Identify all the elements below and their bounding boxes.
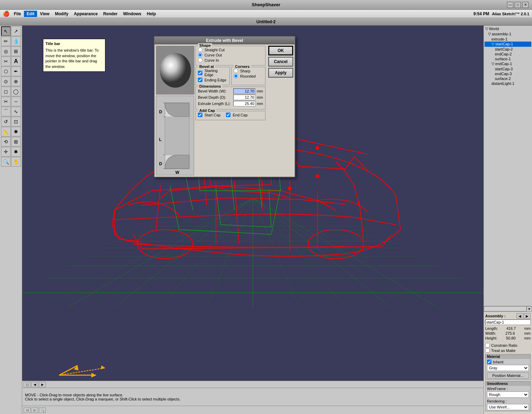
tree-scroll-track[interactable]	[484, 306, 526, 311]
scale-tool[interactable]: ⊡	[11, 117, 21, 126]
history-forward-btn[interactable]: ▷	[31, 407, 38, 413]
zoom-tool[interactable]: 🔍	[1, 157, 11, 167]
inherit-check[interactable]	[487, 360, 491, 364]
orbit-tool[interactable]: ⊙	[1, 77, 11, 86]
tree-item-distantlight1[interactable]: distantLight-1	[485, 81, 531, 86]
maximize-button[interactable]: □	[515, 2, 521, 8]
paint-tool[interactable]: ✏	[1, 36, 11, 46]
dimensions-section-title: Dimensions	[198, 84, 222, 88]
rendering-select[interactable]: Use Wirefr...	[487, 404, 529, 410]
menu-render[interactable]: Render	[101, 11, 120, 17]
bottom-area: ◻ ◀ ▶ MOVE - Click-Drag to move objects …	[22, 381, 483, 414]
mirror-tool[interactable]: ⟲	[1, 137, 11, 147]
shape-curvein-radio[interactable]	[198, 58, 202, 62]
assembly-name-input[interactable]	[485, 319, 531, 325]
measure-tool[interactable]: 📐	[1, 127, 11, 136]
tree-item-endcap1[interactable]: ▽ endCap-1	[485, 61, 531, 67]
left-toolbar: ↖ ↗ ✏ 💧 ◎ ⊞ ✂ A ⬡ ✒ ⊙ ⊕	[0, 26, 22, 414]
scissors-tool[interactable]: ✂	[1, 56, 11, 66]
light-tool[interactable]: ✱	[11, 147, 21, 157]
alias-logo: Alias Sketch!™ 2.0.1	[492, 12, 531, 16]
start-cap-check[interactable]	[198, 113, 202, 117]
tool-group-8: ✂ ↔	[1, 97, 21, 106]
bevel-ending-check[interactable]	[198, 78, 202, 82]
corners-rounded-row: Rounded	[234, 74, 263, 78]
bottom-btn-2[interactable]: ◀	[31, 382, 38, 387]
rotate-tool[interactable]: ↺	[1, 117, 11, 126]
eyedrop-tool[interactable]: 💧	[11, 36, 21, 46]
text-tool[interactable]: A	[11, 56, 21, 66]
history-back-btn[interactable]: ◁	[24, 407, 30, 413]
treat-as-matte-check[interactable]	[485, 348, 490, 353]
tree-item-world[interactable]: ▽ World	[485, 26, 531, 32]
app-titlebar[interactable]: Untitled-2	[0, 18, 532, 26]
menu-windows[interactable]: Windows	[120, 11, 144, 17]
trim-tool[interactable]: ✂	[1, 97, 11, 106]
width-value: 275.6	[505, 331, 515, 335]
tree-item-endcap3[interactable]: endCap-3	[485, 71, 531, 76]
corners-section-title: Corners	[234, 64, 251, 69]
menu-appearance[interactable]: Appearance	[71, 11, 101, 17]
search-btn[interactable]: 🔍	[39, 407, 46, 413]
tree-item-extrude1[interactable]: extrude-1	[485, 37, 531, 42]
array-tool[interactable]: ⊞	[11, 137, 21, 147]
extrude-length-input[interactable]	[233, 101, 255, 106]
end-cap-check[interactable]	[226, 113, 230, 117]
bottom-btn-3[interactable]: ▶	[39, 382, 46, 387]
menu-modify[interactable]: Modify	[52, 11, 71, 17]
view-tool[interactable]: ◎	[1, 46, 11, 56]
tree-item-startcap3[interactable]: startCap-3	[485, 67, 531, 71]
menu-edit[interactable]: Edit	[24, 11, 37, 17]
tree-item-startcap2[interactable]: startCap-2	[485, 47, 531, 52]
tree-item-startcap1[interactable]: ▽ startCap-1	[485, 42, 531, 47]
rect-tool[interactable]: ◻	[1, 87, 11, 96]
circle-tool[interactable]: ◯	[11, 87, 21, 96]
shape-section-title: Shape	[198, 43, 212, 47]
menu-file[interactable]: File	[11, 11, 24, 17]
tree-item-assembly1[interactable]: ▽ assembly-1	[485, 32, 531, 37]
dialog-titlebar[interactable]: Extrude with Bevel	[155, 37, 295, 44]
constrain-ratio-check[interactable]	[485, 343, 490, 347]
bevel-starting-check[interactable]	[198, 71, 202, 75]
tree-scrollbar[interactable]: ▼	[484, 306, 532, 311]
move-tool[interactable]: ✛	[1, 147, 11, 157]
bevel-width-input[interactable]	[233, 88, 255, 94]
shape-curveout-radio[interactable]	[198, 53, 202, 57]
ok-button[interactable]: OK	[268, 46, 293, 55]
minimize-button[interactable]: —	[507, 2, 513, 8]
position-material-button[interactable]: Position Material...	[487, 372, 529, 379]
prev-assembly-btn[interactable]: ◀	[516, 313, 523, 319]
snap-tool[interactable]: ✱	[11, 127, 21, 136]
extend-tool[interactable]: ↔	[11, 97, 21, 106]
corners-sharp-radio[interactable]	[234, 69, 238, 73]
tree-item-endcap2[interactable]: endCap-2	[485, 52, 531, 56]
apple-menu[interactable]: 🍎	[1, 10, 11, 18]
pan-tool[interactable]: ⊕	[11, 77, 21, 86]
surface-tool[interactable]: ⬡	[1, 67, 11, 76]
assembly-header: Assembly : ◀ ▶	[485, 313, 531, 319]
tree-item-surface1[interactable]: surface-1	[485, 56, 531, 61]
cancel-button[interactable]: Cancel	[268, 57, 293, 67]
grid-tool[interactable]: ⊞	[11, 46, 21, 56]
bevel-depth-input[interactable]	[233, 95, 255, 100]
corners-rounded-radio[interactable]	[234, 74, 238, 78]
close-button[interactable]: ✕	[522, 2, 529, 8]
menu-view[interactable]: View	[37, 11, 52, 17]
select-tool[interactable]: ↖	[1, 26, 11, 36]
pen-tool[interactable]: ✒	[11, 67, 21, 76]
tool-group-4: ✂ A	[1, 56, 21, 66]
blend-tool[interactable]: ∿	[11, 107, 21, 116]
hand-tool[interactable]: ✋	[11, 157, 21, 167]
bottom-btn-1[interactable]: ◻	[24, 382, 30, 387]
scroll-down-arrow[interactable]: ▼	[526, 306, 532, 312]
apply-button[interactable]: Apply	[268, 68, 293, 78]
next-assembly-btn[interactable]: ▶	[524, 313, 531, 319]
wireframe-select[interactable]: Rough	[487, 391, 529, 398]
tree-item-surface2[interactable]: surface-2	[485, 76, 531, 81]
material-select[interactable]: Gray	[487, 365, 529, 371]
direct-select-tool[interactable]: ↗	[11, 26, 21, 36]
menu-help[interactable]: Help	[144, 11, 159, 17]
canvas-area[interactable]: Title bar This is the window's title bar…	[22, 26, 483, 414]
fillet-tool[interactable]: ⌒	[1, 107, 11, 116]
shape-straight-radio[interactable]	[198, 47, 202, 52]
